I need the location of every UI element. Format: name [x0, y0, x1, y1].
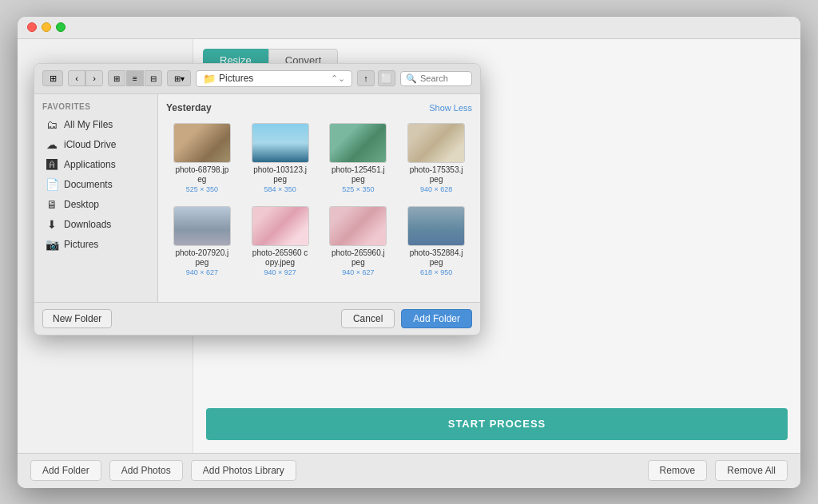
add-folder-button[interactable]: Add Folder [30, 460, 101, 481]
search-input[interactable] [420, 73, 468, 83]
forward-button[interactable]: › [85, 70, 103, 86]
file-thumb [329, 123, 387, 163]
file-name: photo-103123.jpeg [252, 165, 309, 185]
picker-search: 🔍 [400, 71, 472, 86]
sidebar-item-applications[interactable]: 🅰 Applications [38, 155, 154, 174]
picker-footer-actions: Cancel Add Folder [341, 309, 472, 328]
sidebar-item-pictures[interactable]: 📷 Pictures [38, 235, 154, 254]
picker-cancel-button[interactable]: Cancel [341, 309, 395, 328]
search-icon: 🔍 [406, 73, 417, 84]
picker-add-folder-button[interactable]: Add Folder [401, 309, 472, 328]
file-item[interactable]: photo-175353.jpeg 940 × 628 [400, 120, 472, 196]
file-item[interactable]: photo-68798.jpeg 525 × 350 [166, 120, 238, 196]
sidebar-item-documents[interactable]: 📄 Documents [38, 175, 154, 194]
file-picker: ⊞ ‹ › ⊞ ≡ ⊟ ⊞▾ 📁 Pictures ⌃⌄ [34, 63, 481, 335]
file-dims: 940 × 927 [264, 268, 296, 276]
back-button[interactable]: ‹ [68, 70, 85, 86]
list-view-button[interactable]: ≡ [126, 70, 144, 86]
file-thumb [329, 206, 387, 246]
picker-location: 📁 Pictures ⌃⌄ [196, 70, 352, 87]
applications-icon: 🅰 [46, 158, 58, 171]
start-process-button[interactable]: START PROCESS [206, 408, 788, 440]
file-dims: 618 × 950 [420, 268, 452, 276]
documents-icon: 📄 [46, 178, 58, 191]
sidebar-item-label: Pictures [64, 239, 98, 250]
sidebar-item-label: Desktop [64, 199, 99, 210]
sidebar-item-all-my-files[interactable]: 🗂 All My Files [38, 115, 154, 134]
close-button[interactable] [27, 22, 37, 32]
new-tab-button[interactable]: ⬜ [378, 70, 395, 86]
file-thumb [173, 123, 231, 163]
remove-all-button[interactable]: Remove All [715, 460, 788, 481]
file-name: photo-175353.jpeg [407, 165, 465, 185]
maximize-button[interactable] [56, 22, 66, 32]
file-thumb [252, 206, 309, 246]
file-dims: 940 × 627 [342, 268, 374, 276]
file-thumb [173, 206, 231, 246]
desktop-icon: 🖥 [46, 198, 58, 211]
sidebar-item-label: Downloads [64, 219, 111, 230]
traffic-lights [27, 22, 66, 32]
sidebar-section-label: Favorites [34, 102, 157, 114]
new-folder-button[interactable]: New Folder [42, 309, 112, 328]
sidebar-item-label: Documents [64, 179, 113, 190]
sidebar-item-downloads[interactable]: ⬇ Downloads [38, 215, 154, 234]
remove-button[interactable]: Remove [648, 460, 708, 481]
sidebar-toggle-button[interactable]: ⊞ [42, 70, 63, 86]
sidebar-item-icloud-drive[interactable]: ☁ iCloud Drive [38, 135, 154, 154]
file-item[interactable]: photo-125451.jpeg 525 × 350 [323, 120, 395, 196]
picker-view-group: ⊞ ≡ ⊟ [108, 70, 162, 86]
sidebar-item-label: All My Files [64, 119, 113, 130]
file-name: photo-265960 copy.jpeg [252, 248, 309, 268]
title-bar [18, 17, 800, 39]
app-window: Resize Convert Options Keep Original siz… [18, 17, 800, 488]
picker-location-label: Pictures [219, 73, 253, 84]
file-name: photo-125451.jpeg [329, 165, 387, 185]
folder-icon: 📁 [203, 73, 216, 85]
arrange-button[interactable]: ⊞▾ [167, 70, 191, 86]
downloads-icon: ⬇ [46, 218, 58, 231]
file-item[interactable]: photo-265960.jpeg 940 × 627 [323, 203, 395, 280]
picker-location-arrows[interactable]: ⌃⌄ [331, 73, 345, 84]
file-name: photo-352884.jpeg [407, 248, 465, 268]
column-view-button[interactable]: ⊟ [145, 70, 162, 86]
pictures-icon: 📷 [46, 238, 58, 251]
icloud-icon: ☁ [46, 138, 58, 151]
all-my-files-icon: 🗂 [46, 118, 58, 131]
picker-footer: New Folder Cancel Add Folder [34, 302, 480, 335]
file-dims: 940 × 628 [420, 185, 452, 193]
file-dims: 525 × 350 [342, 185, 374, 193]
file-name: photo-68798.jpeg [173, 165, 231, 185]
picker-section-title: Yesterday [166, 102, 212, 113]
picker-sidebar: Favorites 🗂 All My Files ☁ iCloud Drive … [34, 94, 158, 302]
share-button[interactable]: ↑ [357, 70, 375, 86]
file-dims: 525 × 350 [186, 185, 218, 193]
show-less-button[interactable]: Show Less [429, 103, 472, 113]
file-item[interactable]: photo-207920.jpeg 940 × 627 [166, 203, 238, 280]
file-item[interactable]: photo-352884.jpeg 618 × 950 [400, 203, 472, 280]
picker-actions: ↑ ⬜ [357, 70, 395, 86]
file-dims: 940 × 627 [186, 268, 218, 276]
sidebar-item-label: iCloud Drive [64, 139, 116, 150]
bottom-toolbar: Add Folder Add Photos Add Photos Library… [18, 453, 800, 488]
file-grid: photo-68798.jpeg 525 × 350 photo-103123.… [166, 120, 472, 280]
file-dims: 584 × 350 [264, 185, 296, 193]
add-photos-library-button[interactable]: Add Photos Library [191, 460, 296, 481]
file-thumb [407, 123, 465, 163]
sidebar-item-desktop[interactable]: 🖥 Desktop [38, 195, 154, 214]
picker-section-header: Yesterday Show Less [166, 102, 472, 113]
sidebar-item-label: Applications [64, 159, 116, 170]
file-name: photo-207920.jpeg [173, 248, 231, 268]
file-thumb [252, 123, 309, 163]
icon-view-button[interactable]: ⊞ [108, 70, 125, 86]
minimize-button[interactable] [42, 22, 51, 32]
picker-nav-group: ‹ › [68, 70, 103, 86]
file-name: photo-265960.jpeg [329, 248, 387, 268]
file-item[interactable]: photo-265960 copy.jpeg 940 × 927 [244, 203, 316, 280]
add-photos-button[interactable]: Add Photos [109, 460, 183, 481]
picker-body: Favorites 🗂 All My Files ☁ iCloud Drive … [34, 94, 480, 302]
file-item[interactable]: photo-103123.jpeg 584 × 350 [244, 120, 316, 196]
picker-toolbar: ⊞ ‹ › ⊞ ≡ ⊟ ⊞▾ 📁 Pictures ⌃⌄ [34, 64, 480, 94]
main-content: Resize Convert Options Keep Original siz… [18, 39, 800, 453]
file-thumb [407, 206, 465, 246]
